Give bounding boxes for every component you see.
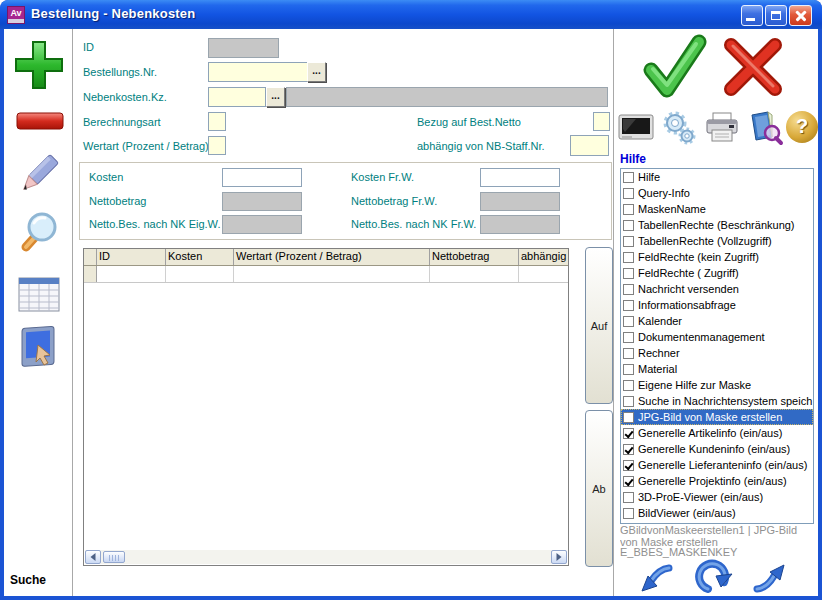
add-button[interactable] — [12, 38, 66, 92]
list-item-label: JPG-Bild von Maske erstellen — [638, 411, 782, 423]
hilfe-listbox: Hilfe Query-Info MaskenName TabellenRech… — [620, 168, 814, 524]
document-search-button[interactable] — [746, 109, 784, 147]
checkbox-icon[interactable] — [623, 348, 634, 359]
close-button[interactable] — [789, 5, 812, 26]
checkbox-icon[interactable] — [623, 332, 634, 343]
list-item[interactable]: Eigene Hilfe zur Maske — [621, 377, 813, 393]
list-item[interactable]: MaskenName — [621, 201, 813, 217]
scrollbar-thumb[interactable] — [103, 551, 125, 563]
list-item[interactable]: Suche in Nachrichtensystem speich — [621, 393, 813, 409]
list-item[interactable]: TabellenRechte (Vollzugriff) — [621, 233, 813, 249]
checkbox-icon[interactable] — [623, 204, 634, 215]
auf-button[interactable]: Auf — [585, 247, 613, 404]
list-item[interactable]: Kalender — [621, 313, 813, 329]
netto-bes-frw-label: Netto.Bes. nach NK Fr.W. — [351, 218, 476, 230]
list-item[interactable]: Nachricht versenden — [621, 281, 813, 297]
table-cell — [166, 266, 234, 282]
list-item-label: Rechner — [638, 347, 680, 359]
wertart-label: Wertart (Prozent / Betrag) — [83, 140, 209, 152]
checkbox-icon[interactable] — [623, 508, 634, 519]
list-item[interactable]: Rechner — [621, 345, 813, 361]
confirm-button[interactable] — [641, 34, 707, 102]
nebenkostenkz-lookup-button[interactable]: ... — [266, 87, 285, 107]
list-item[interactable]: TabellenRechte (Beschränkung) — [621, 217, 813, 233]
screen-button[interactable] — [618, 113, 654, 145]
nav-refresh-button[interactable] — [694, 556, 734, 596]
list-item[interactable]: FeldRechte ( Zugriff) — [621, 265, 813, 281]
list-item[interactable]: Material — [621, 361, 813, 377]
suche-label: Suche — [10, 573, 46, 587]
column-header[interactable]: abhängig v — [519, 249, 568, 265]
column-header[interactable]: Nettobetrag — [430, 249, 519, 265]
table-cell — [519, 266, 568, 282]
list-item[interactable]: 3D-ProE-Viewer (ein/aus) — [621, 489, 813, 505]
nebenkostenkz-input[interactable] — [208, 87, 266, 107]
list-item[interactable]: BildViewer (ein/aus) — [621, 505, 813, 521]
checkbox-icon[interactable] — [623, 412, 634, 423]
bestellungsnr-input[interactable] — [208, 62, 308, 82]
scroll-left-button[interactable] — [85, 550, 101, 564]
settings-button[interactable] — [660, 109, 698, 147]
column-header[interactable]: Kosten — [166, 249, 234, 265]
checkbox-icon[interactable] — [623, 444, 634, 455]
horizontal-scrollbar[interactable] — [85, 550, 567, 564]
checkbox-icon[interactable] — [623, 316, 634, 327]
delete-button[interactable] — [15, 109, 65, 133]
list-item[interactable]: Generelle Projektinfo (ein/aus) — [621, 473, 813, 489]
checkbox-icon[interactable] — [623, 172, 634, 183]
column-header[interactable]: Wertart (Prozent / Betrag) — [234, 249, 430, 265]
checkbox-icon[interactable] — [623, 268, 634, 279]
bezug-best-netto-input[interactable] — [593, 112, 610, 131]
berechnungsart-input[interactable] — [208, 112, 226, 131]
checkbox-icon[interactable] — [623, 380, 634, 391]
checkbox-icon[interactable] — [623, 396, 634, 407]
list-item[interactable]: Informationsabfrage — [621, 297, 813, 313]
list-item[interactable]: Generelle Lieferanteninfo (ein/aus) — [621, 457, 813, 473]
nav-forward-button[interactable] — [751, 560, 787, 596]
list-button[interactable] — [16, 271, 62, 317]
column-header[interactable]: ID — [97, 249, 166, 265]
list-item-label: MaskenName — [638, 203, 706, 215]
edit-button[interactable] — [14, 151, 62, 199]
print-button[interactable] — [704, 111, 740, 145]
checkbox-icon[interactable] — [623, 236, 634, 247]
minimize-button[interactable] — [741, 5, 763, 26]
abhaengig-nb-staff-input[interactable] — [570, 135, 609, 156]
ab-button[interactable]: Ab — [585, 410, 613, 567]
list-item-label: BildViewer (ein/aus) — [638, 507, 736, 519]
checkbox-icon[interactable] — [623, 476, 634, 487]
list-item[interactable]: JPG-Bild von Maske erstellen — [621, 409, 813, 425]
scroll-right-button[interactable] — [551, 550, 567, 564]
nav-back-button[interactable] — [638, 560, 674, 596]
wertart-input[interactable] — [208, 136, 226, 155]
help-button[interactable]: ? — [786, 111, 818, 143]
search-button[interactable] — [14, 209, 62, 257]
list-item[interactable]: Hilfe — [621, 169, 813, 185]
checkbox-icon[interactable] — [623, 428, 634, 439]
help-icon: ? — [796, 115, 808, 137]
list-item[interactable]: Query-Info — [621, 185, 813, 201]
checkbox-icon[interactable] — [623, 460, 634, 471]
cancel-button[interactable] — [721, 37, 785, 97]
arrow-back-icon — [642, 568, 669, 591]
kosten-frw-input[interactable] — [480, 168, 560, 187]
list-item[interactable]: Dokumentenmanagement — [621, 329, 813, 345]
list-item-label: TabellenRechte (Beschränkung) — [638, 219, 795, 231]
checkbox-icon[interactable] — [623, 284, 634, 295]
checkbox-icon[interactable] — [623, 492, 634, 503]
table-row[interactable] — [84, 266, 568, 283]
checkbox-icon[interactable] — [623, 300, 634, 311]
checkbox-icon[interactable] — [623, 220, 634, 231]
list-item[interactable]: FeldRechte (kein Zugriff) — [621, 249, 813, 265]
select-button[interactable] — [14, 323, 66, 375]
checkbox-icon[interactable] — [623, 252, 634, 263]
list-item[interactable]: Generelle Kundeninfo (ein/aus) — [621, 441, 813, 457]
bestellungsnr-lookup-button[interactable]: ... — [307, 62, 326, 82]
row-selector-cell[interactable] — [84, 266, 97, 282]
list-item[interactable]: Generelle Artikelinfo (ein/aus) — [621, 425, 813, 441]
divider — [613, 29, 614, 596]
maximize-button[interactable] — [765, 5, 787, 26]
checkbox-icon[interactable] — [623, 188, 634, 199]
checkbox-icon[interactable] — [623, 364, 634, 375]
kosten-input[interactable] — [222, 168, 302, 187]
